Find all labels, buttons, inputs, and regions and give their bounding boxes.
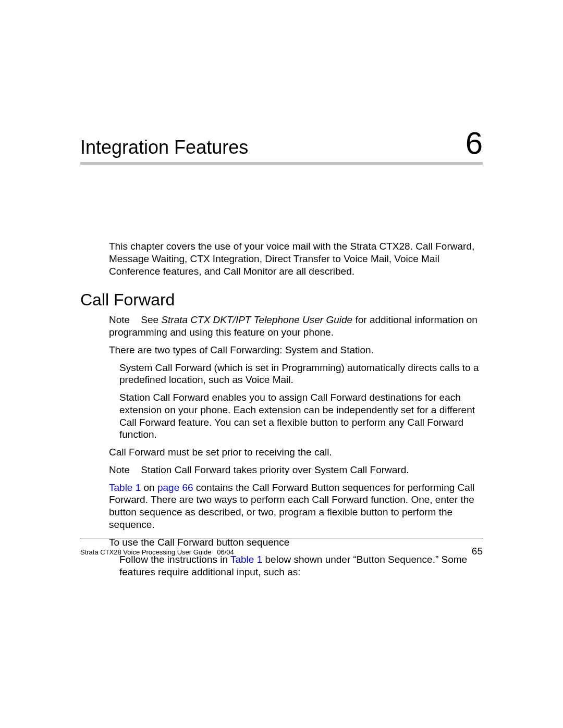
paragraph-types: There are two types of Call Forwarding: … <box>109 344 483 356</box>
note-row-2: Note Station Call Forward takes priority… <box>109 464 483 476</box>
paragraph-table-ref: Table 1 on page 66 contains the Call For… <box>109 482 483 531</box>
page-footer: Strata CTX28 Voice Processing User Guide… <box>80 538 483 557</box>
note-text: Station Call Forward takes priority over… <box>141 464 409 475</box>
footer-page-number: 65 <box>472 546 483 557</box>
note-label: Note <box>109 314 130 325</box>
note-text-italic: Strata CTX DKT/IPT Telephone User Guide <box>161 314 352 325</box>
document-page: Integration Features 6 This chapter cove… <box>0 0 563 728</box>
text-on: on <box>144 482 157 493</box>
link-page-66[interactable]: page 66 <box>157 482 193 493</box>
chapter-number: 6 <box>466 125 483 161</box>
bullet-station-call-forward: Station Call Forward enables you to assi… <box>119 391 483 441</box>
note-label: Note <box>109 464 130 475</box>
bullet-system-call-forward: System Call Forward (which is set in Pro… <box>119 362 483 387</box>
chapter-title: Integration Features <box>80 137 248 158</box>
note-text-pre: See <box>141 314 161 325</box>
bullet-follow-instructions: Follow the instructions in Table 1 below… <box>119 553 483 578</box>
paragraph-prior: Call Forward must be set prior to receiv… <box>109 446 483 459</box>
note-row-1: Note See Strata CTX DKT/IPT Telephone Us… <box>109 314 483 339</box>
chapter-header: Integration Features 6 <box>80 125 483 165</box>
footer-doc-title: Strata CTX28 Voice Processing User Guide… <box>80 548 234 556</box>
chapter-intro: This chapter covers the use of your voic… <box>109 240 483 277</box>
link-table-1[interactable]: Table 1 <box>109 482 144 493</box>
section-heading-call-forward: Call Forward <box>80 290 483 310</box>
